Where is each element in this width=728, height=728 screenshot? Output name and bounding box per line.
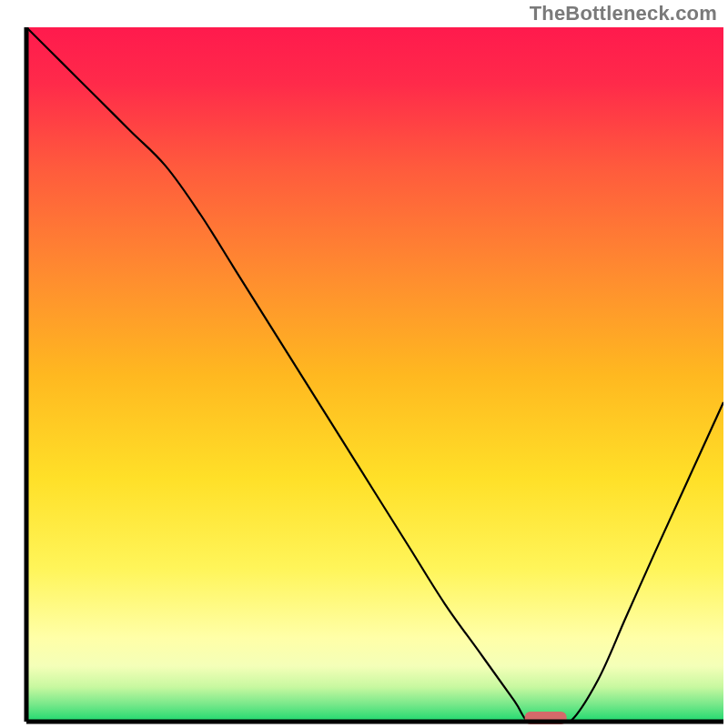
bottleneck-chart bbox=[0, 0, 728, 728]
chart-container: TheBottleneck.com bbox=[0, 0, 728, 728]
